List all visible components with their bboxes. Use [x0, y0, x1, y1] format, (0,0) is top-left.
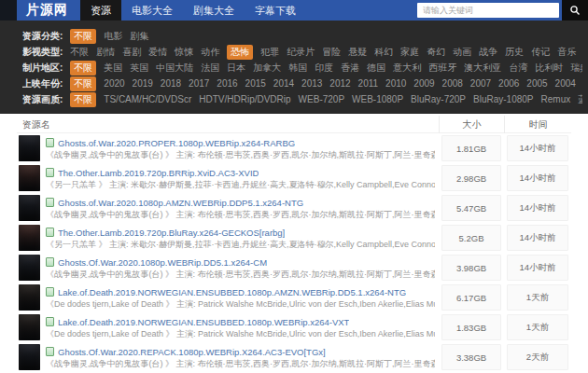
table-row[interactable]: The.Other.Lamb.2019.720p.BRRip.XviD.AC3-…: [17, 163, 571, 193]
filter-option[interactable]: 家庭: [400, 46, 419, 59]
filter-option[interactable]: 德国: [367, 62, 385, 75]
filter-option[interactable]: 2013: [301, 78, 322, 89]
table-row[interactable]: Ghosts.of.War.2020.PROPER.1080p.WEBRip.x…: [17, 133, 571, 163]
filter-option[interactable]: 法国: [201, 62, 219, 75]
nav-tab[interactable]: 剧集大全: [183, 0, 245, 21]
filter-option[interactable]: 不限: [70, 92, 96, 107]
filter-label: 资源分类:: [22, 30, 63, 43]
table-row[interactable]: Ghosts.Of.War.2020.1080p.WEBRip.DD5.1.x2…: [17, 253, 571, 283]
filter-option[interactable]: 恐怖: [227, 45, 253, 60]
filter-option[interactable]: 蓝光原盘: [578, 93, 582, 106]
filter-option[interactable]: 2014: [273, 78, 294, 89]
filter-option[interactable]: 日本: [227, 62, 245, 75]
filter-option[interactable]: 喜剧: [122, 46, 141, 59]
filter-option[interactable]: 西班牙: [428, 62, 456, 75]
filter-option[interactable]: 2019: [133, 78, 153, 89]
filter-option[interactable]: 2004: [555, 78, 576, 89]
poster-thumbnail: [19, 255, 40, 281]
filter-option[interactable]: 2012: [329, 78, 350, 89]
nav-tab[interactable]: 电影大全: [121, 0, 183, 21]
table-row[interactable]: Lake.of.Death.2019.NORWEGIAN.ENSUBBED.10…: [17, 283, 571, 312]
filter-option[interactable]: 不限: [70, 76, 96, 91]
filter-option[interactable]: 英国: [130, 62, 148, 75]
size-value: 3.38GB: [441, 344, 501, 370]
filter-option[interactable]: 2015: [245, 78, 266, 89]
filter-option[interactable]: 2017: [189, 78, 209, 89]
filter-option[interactable]: Remux: [541, 94, 571, 104]
filter-option[interactable]: 奇幻: [427, 46, 445, 59]
filter-option[interactable]: 历史: [505, 46, 524, 59]
filter-option[interactable]: 瑞典: [570, 62, 582, 75]
resource-title-line: Lake.of.Death.2019.NORWEGIAN.ENSUBBED.10…: [46, 315, 435, 328]
filter-option[interactable]: 2011: [358, 78, 379, 89]
nav-tab[interactable]: 资源: [80, 0, 121, 21]
filter-option[interactable]: 冒险: [322, 46, 341, 59]
resource-title-link[interactable]: Ghosts.Of.War.2020.REPACK.1080p.WEBRip.X…: [58, 347, 326, 357]
filter-option[interactable]: 纪录片: [287, 46, 315, 59]
table-row[interactable]: The.Other.Lamb.2019.720p.BluRay.x264-GEC…: [17, 223, 571, 253]
filter-option[interactable]: 加拿大: [253, 62, 281, 75]
resource-title-link[interactable]: The.Other.Lamb.2019.720p.BluRay.x264-GEC…: [58, 228, 285, 238]
filter-option[interactable]: 台湾: [509, 62, 527, 75]
filter-option[interactable]: 惊悚: [175, 46, 193, 59]
torrent-file-icon: [46, 287, 54, 297]
filter-option[interactable]: BluRay-1080P: [473, 94, 533, 104]
filter-option[interactable]: 2010: [385, 78, 406, 89]
filter-option[interactable]: 犯罪: [260, 46, 279, 59]
search-button[interactable]: [562, 0, 588, 21]
filter-option[interactable]: 澳大利亚: [464, 62, 501, 75]
size-value: 5.47GB: [441, 195, 501, 221]
filter-option[interactable]: 2018: [161, 78, 181, 89]
filter-row: 制片地区:不限美国英国中国大陆法国日本加拿大韩国印度香港德国意大利西班牙澳大利亚…: [22, 60, 582, 76]
size-value: 2.98GB: [441, 165, 501, 191]
filter-option[interactable]: 2020: [104, 78, 124, 89]
filter-option[interactable]: 科幻: [374, 46, 393, 59]
filter-option[interactable]: 爱情: [148, 46, 167, 59]
table-row[interactable]: Lake.of.Death.2019.NORWEGIAN.ENSUBBED.10…: [17, 312, 571, 342]
filter-option[interactable]: 中国大陆: [156, 62, 193, 75]
filter-option[interactable]: BluRay-720P: [411, 94, 466, 104]
filter-option[interactable]: 剧情: [96, 46, 115, 59]
filter-option[interactable]: 悬疑: [348, 46, 367, 59]
filter-option[interactable]: 动作: [201, 46, 219, 59]
resource-title-link[interactable]: Lake.of.Death.2019.NORWEGIAN.ENSUBBED.10…: [58, 287, 406, 297]
filter-option[interactable]: 2005: [526, 78, 547, 89]
time-value: 1天前: [507, 284, 568, 311]
resource-title-link[interactable]: Ghosts.Of.War.2020.1080p.WEBRip.DD5.1.x2…: [58, 257, 267, 268]
resource-title-link[interactable]: The.Other.Lamb.2019.720p.BRRip.XviD.AC3-…: [58, 168, 259, 178]
filter-option[interactable]: 动画: [453, 46, 471, 59]
filter-option[interactable]: 比利时: [535, 62, 563, 75]
filter-option[interactable]: 不限: [70, 29, 96, 44]
filter-option[interactable]: 香港: [341, 62, 359, 75]
resource-title-link[interactable]: Ghosts.of.War.2020.PROPER.1080p.WEBRip.x…: [58, 138, 295, 148]
filter-option[interactable]: 战争: [479, 46, 497, 59]
filter-option[interactable]: 不限: [70, 46, 89, 59]
table-row[interactable]: Ghosts.of.War.2020.1080p.AMZN.WEBRip.DDP…: [17, 193, 571, 223]
filter-option[interactable]: 传记: [531, 46, 550, 59]
filter-option[interactable]: WEB-720P: [299, 94, 344, 104]
filter-option[interactable]: TS/CAM/HC/DVDScr: [104, 94, 191, 104]
table-row[interactable]: Ghosts.Of.War.2020.REPACK.1080p.WEBRip.X…: [17, 342, 571, 372]
nav-tab[interactable]: 字幕下载: [245, 0, 306, 21]
site-logo[interactable]: 片源网: [17, 2, 80, 19]
filter-option[interactable]: 2008: [442, 78, 463, 89]
filter-option[interactable]: 剧集: [130, 30, 148, 43]
filter-option[interactable]: 印度: [315, 62, 333, 75]
filter-option[interactable]: 美国: [104, 62, 122, 75]
filter-option[interactable]: 2006: [498, 78, 519, 89]
filter-option[interactable]: 2007: [470, 78, 491, 89]
filter-option[interactable]: 意大利: [393, 62, 421, 75]
search-input[interactable]: [417, 3, 559, 18]
filter-option[interactable]: 不限: [70, 61, 96, 76]
filter-option[interactable]: WEB-1080P: [352, 94, 403, 104]
filter-option[interactable]: 2009: [413, 78, 434, 89]
filter-option[interactable]: 2016: [217, 78, 237, 89]
size-value: 1.83GB: [441, 314, 501, 340]
resource-title-link[interactable]: Lake.of.Death.2019.NORWEGIAN.ENSUBBED.10…: [58, 317, 349, 327]
filter-option[interactable]: 音乐: [557, 46, 576, 59]
filter-option[interactable]: HDTV/HDRip/DVDRip: [199, 94, 290, 104]
resource-description: 《战争幽灵,战争中的鬼故事(台) 》 主演: 布伦顿·思韦茨,西奥·罗西,凯尔·…: [46, 209, 435, 220]
resource-title-link[interactable]: Ghosts.of.War.2020.1080p.AMZN.WEBRip.DDP…: [58, 198, 303, 208]
filter-option[interactable]: 韩国: [288, 62, 307, 75]
filter-option[interactable]: 电影: [104, 30, 122, 43]
